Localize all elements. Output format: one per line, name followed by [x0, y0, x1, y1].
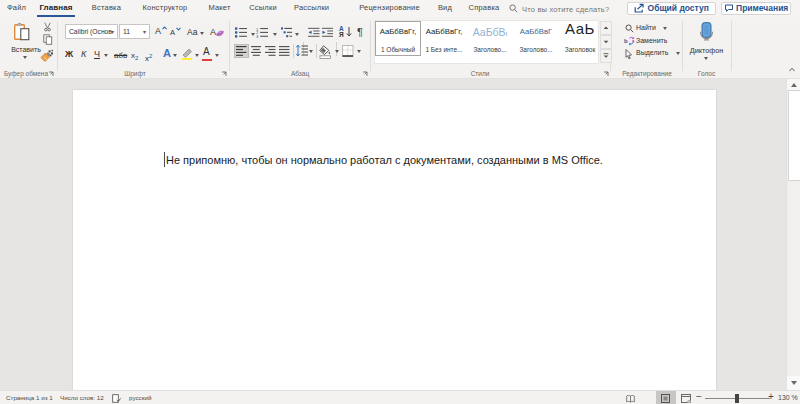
svg-text:3: 3	[256, 34, 259, 38]
svg-text:b: b	[624, 38, 628, 44]
